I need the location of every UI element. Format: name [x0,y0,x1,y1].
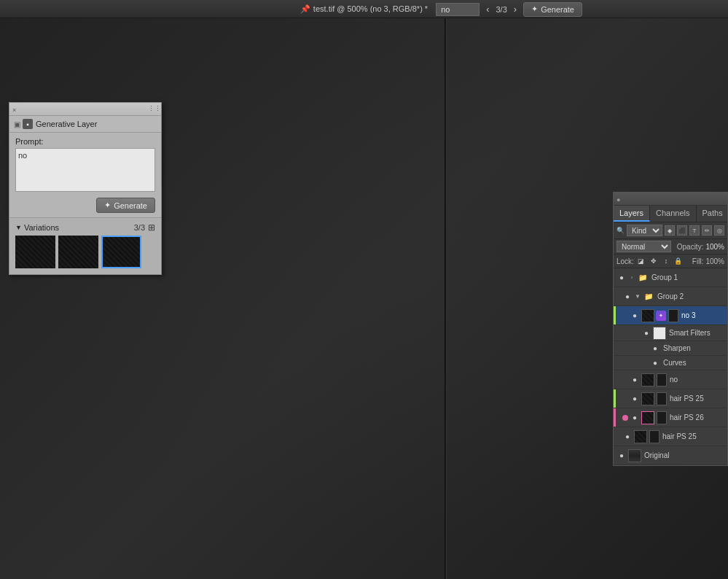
layer-thumb-hair-ps26 [641,411,654,424]
generate-button-toolbar[interactable]: ✦ Generate [523,2,582,17]
gen-icon: ▣ [14,120,20,128]
visibility-group1[interactable]: ● [617,273,627,283]
opacity-control: Opacity: 100% [677,243,724,251]
layers-controls: Normal Opacity: 100% [614,239,727,254]
visibility-hair-ps26[interactable]: ● [630,413,640,423]
canvas-seam [445,18,447,579]
layer-group2[interactable]: ● ▼ 📁 Group 2 [614,287,727,306]
fill-label: Fill: [692,257,704,265]
properties-close-button[interactable]: × [12,106,18,112]
generative-layer-icons: ▣ ▪ [14,119,33,129]
visibility-original[interactable]: ● [617,451,627,461]
layer-hair-ps26[interactable]: ● hair PS 26 [614,408,727,427]
layer-mask-hair-ps26 [657,411,667,424]
visibility-smart-filters[interactable]: ● [641,328,651,338]
variations-label: ▼ Variations [15,223,59,232]
prompt-input[interactable]: no [15,148,155,192]
pink-indicator-ps26 [622,415,628,421]
layer-name-group2: Group 2 [656,292,724,300]
layer-mask-no [657,373,667,386]
generative-toolbar: ‹ 3/3 › ✦ Generate [436,0,582,18]
layer-name-no3: no 3 [680,311,724,319]
layer-no[interactable]: ● no [614,370,727,389]
tab-paths[interactable]: Paths [697,206,728,222]
blend-mode-select[interactable]: Normal [617,241,671,252]
variations-counter: 3/3 ⊞ [134,222,155,233]
filter-icons: ◆ ⬛ T ✏ ◎ [665,225,724,236]
properties-titlebar: × ⋮⋮ [9,103,161,116]
tab-channels[interactable]: Channels [650,206,696,222]
layer-no3[interactable]: ● ✦ no 3 [614,306,727,325]
generate-icon-toolbar: ✦ [531,4,538,14]
layers-panel: ● Layers Channels Paths History 🔍 Kind ◆… [613,192,728,466]
layer-thumb-hair-ps25 [641,392,654,405]
variations-expand-arrow[interactable]: ▼ [15,224,22,231]
layer-sharpen[interactable]: ● Sharpen [614,341,727,356]
visibility-curves[interactable]: ● [650,358,660,368]
visibility-sharpen[interactable]: ● [650,343,660,354]
layer-name-hair-ps25b: hair PS 25 [661,432,724,440]
filter-smart-icon[interactable]: ◎ [714,225,724,236]
properties-panel: × ⋮⋮ ▣ ▪ Generative Layer Prompt: no ✦ G… [9,102,162,275]
variations-header: ▼ Variations 3/3 ⊞ [9,217,161,236]
gen-layer-icon-no3: ✦ [656,311,666,321]
layer-curves[interactable]: ● Curves [614,356,727,370]
panel-tabs: Layers Channels Paths History [614,206,727,222]
lock-position-icon[interactable]: ↕ [661,256,671,266]
properties-expand-button[interactable]: ⋮⋮ [148,105,158,114]
generative-input[interactable] [436,3,480,16]
filter-kind-select[interactable]: Kind [627,225,662,236]
layer-name-original: Original [643,451,724,459]
expand-group2[interactable]: ▼ [634,292,641,302]
opacity-value[interactable]: 100% [705,243,724,251]
prompt-label: Prompt: [15,137,155,146]
nav-prev-button[interactable]: ‹ [484,4,491,14]
layer-thumb-no3 [641,309,654,322]
visibility-no3[interactable]: ● [630,311,640,321]
lock-icons: ◪ ✥ ↕ 🔒 [636,256,684,266]
layer-smart-filters[interactable]: ● Smart Filters [614,325,727,341]
tab-layers[interactable]: Layers [614,206,650,222]
layer-name-group1: Group 1 [650,273,724,281]
properties-content: Prompt: no ✦ Generate [9,133,161,217]
variation-thumb-1[interactable] [15,236,55,268]
variation-thumb-2[interactable] [58,236,98,268]
visibility-group2[interactable]: ● [622,292,633,302]
lock-all-icon[interactable]: 🔒 [673,256,684,266]
layers-close-button[interactable]: ● [617,196,622,202]
visibility-hair-ps25[interactable]: ● [630,394,640,404]
filter-type-icon[interactable]: T [689,225,700,236]
generate-button[interactable]: ✦ Generate [96,198,155,213]
filter-search-icon: 🔍 [617,227,625,234]
opacity-label: Opacity: [677,243,704,251]
layer-thumb-smart-filters [653,327,666,340]
expand-group1[interactable]: › [628,273,635,283]
generate-row: ✦ Generate [15,198,155,213]
fill-value[interactable]: 100% [705,257,724,265]
layer-mask-hair-ps25 [657,392,667,405]
properties-header: ▣ ▪ Generative Layer [9,116,161,133]
lock-transparent-icon[interactable]: ◪ [636,256,646,266]
variation-thumb-3[interactable] [101,236,141,268]
visibility-no[interactable]: ● [630,375,640,385]
layer-name-sharpen: Sharpen [662,344,724,352]
layer-name-hair-ps25: hair PS 25 [668,395,724,403]
lock-image-icon[interactable]: ✥ [649,256,659,266]
filter-adjustment-icon[interactable]: ⬛ [677,225,687,236]
layers-filter-row: 🔍 Kind ◆ ⬛ T ✏ ◎ [614,222,727,239]
layer-original[interactable]: ● Original [614,446,727,465]
filter-pixel-icon[interactable]: ◆ [665,225,675,236]
group-folder-icon-1: 📁 [637,273,649,283]
visibility-hair-ps25b[interactable]: ● [622,432,633,442]
layer-type-icon: ▪ [23,119,33,129]
document-title: 📌 test.tif @ 500% (no 3, RGB/8*) * [300,4,428,14]
grid-view-button[interactable]: ⊞ [148,222,155,233]
filter-shape-icon[interactable]: ✏ [702,225,712,236]
layer-group1[interactable]: ● › 📁 Group 1 [614,268,727,287]
layer-hair-ps25b[interactable]: ● hair PS 25 [614,427,727,446]
layers-list: ● › 📁 Group 1 ● ▼ 📁 Group 2 ● ✦ no 3 ● [614,268,727,465]
nav-next-button[interactable]: › [512,4,519,14]
layer-hair-ps25[interactable]: ● hair PS 25 [614,389,727,408]
layer-name-curves: Curves [662,359,724,367]
title-bar: 📌 test.tif @ 500% (no 3, RGB/8*) * ‹ 3/3… [0,0,728,18]
